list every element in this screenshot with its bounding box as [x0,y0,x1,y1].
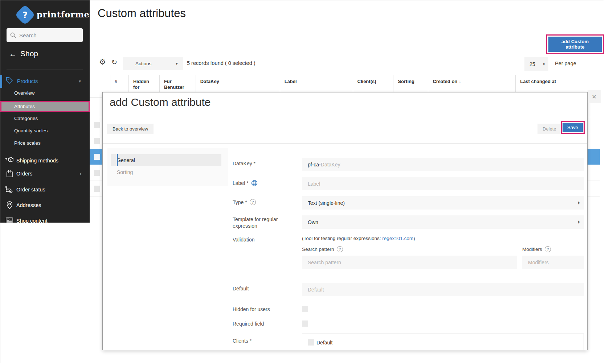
order-status-icon [5,186,14,194]
type-select-value: Text (single-line) [308,200,345,206]
validation-label: Validation [233,237,254,243]
client-option-default[interactable]: Default [308,339,332,346]
modal-section-nav: General Sorting [107,148,228,186]
back-arrow-icon: ← [9,50,17,58]
sidebar-item-order-status[interactable]: Order status [0,184,90,195]
sidebar-item-orders[interactable]: Orders ‹ [0,168,90,179]
sort-desc-icon[interactable]: ↓ [459,79,461,84]
required-field-checkbox[interactable] [302,320,308,327]
type-select[interactable]: Text (single-line) ▲▼ [302,196,584,210]
modal-divider [103,117,587,117]
row-checkbox[interactable] [94,138,100,144]
required-field-label: Required field [233,321,264,327]
close-icon[interactable]: × [588,90,601,103]
sidebar-item-shop-content[interactable]: Shop content [0,215,90,223]
save-button[interactable]: Save [563,123,583,132]
search-input[interactable] [19,32,74,38]
search-pattern-input[interactable] [308,260,517,265]
brand-wordmark: printformer [37,9,90,19]
actions-dropdown-label: Actions [135,61,151,66]
shipping-box-icon [5,157,14,165]
delete-button[interactable]: Delete [537,124,561,134]
add-custom-attribute-highlight: add Custom attribute [546,34,604,54]
spinner-arrows-icon: ▲▼ [578,201,580,205]
location-pin-icon [5,201,14,209]
row-checkbox[interactable] [94,154,100,160]
row-checkbox[interactable] [94,122,100,128]
actions-dropdown[interactable]: Actions ▼ [123,57,183,70]
help-icon[interactable]: ? [337,246,343,252]
chevron-down-icon[interactable]: ▾ [79,79,81,84]
per-page-value: 25 [530,61,535,67]
add-custom-attribute-modal: add Custom attribute Back to overview De… [102,92,588,350]
help-icon[interactable]: ? [250,199,256,205]
clients-label: Clients * [233,338,252,344]
modal-title: add Custom attribute [110,96,210,108]
help-icon[interactable]: ? [545,246,551,252]
label-input[interactable] [308,181,584,187]
sidebar-item-label: Products [17,78,38,84]
sidebar-divider [7,70,83,70]
search-pattern-field[interactable] [302,256,517,269]
datakey-label: DataKey * [233,161,256,166]
shop-content-icon [5,217,14,223]
back-to-overview-button[interactable]: Back to overview [107,124,154,134]
shopping-bag-icon [5,170,14,178]
sidebar-back-shop[interactable]: ← Shop [9,49,38,58]
modifiers-label: Modifiers ? [522,246,551,252]
sidebar-item-label: Order status [16,187,45,193]
client-default-checkbox[interactable] [308,339,314,346]
default-input[interactable] [308,287,584,293]
globe-icon[interactable] [251,180,258,186]
records-count-text: 5 records found ( 0 selected ) [187,60,256,66]
active-section-bar [0,75,2,88]
sidebar-item-price-scales[interactable]: Price scales [14,140,41,146]
sidebar-search[interactable] [7,28,83,42]
sidebar-item-label: Addresses [16,202,41,208]
modifiers-input[interactable] [528,260,584,265]
clients-options-box: Default [302,334,584,350]
per-page-select[interactable]: 25 ▲▼ [524,57,548,71]
sidebar-item-overview[interactable]: Overview [14,90,34,96]
default-field[interactable] [302,283,584,296]
row-checkbox[interactable] [94,186,100,192]
tab-sorting[interactable]: Sorting [111,166,221,178]
active-tab-bar [117,154,118,166]
add-custom-attribute-button[interactable]: add Custom attribute [548,37,602,52]
sidebar-item-addresses[interactable]: Addresses [0,199,90,211]
template-select[interactable]: Own ▲▼ [302,215,584,229]
row-checkbox[interactable] [94,170,100,176]
datakey-prefix: pf-ca- [308,162,321,167]
sidebar-item-label: Orders [16,171,32,177]
sidebar-item-attributes-active[interactable]: Attributes [0,101,90,112]
sidebar-item-shipping-methods[interactable]: Shipping methods [0,155,90,166]
shop-label: Shop [20,49,38,58]
dropdown-arrow-icon: ▼ [175,62,179,66]
sidebar-item-label: Shop content [16,218,47,223]
sidebar: ? printformer ← Shop Products ▾ Overview… [0,0,90,223]
hidden-for-users-label: Hidden for users [233,306,270,312]
datakey-input[interactable] [321,162,584,167]
template-label: Template for regular expression [233,216,287,229]
sidebar-item-quantity-scales[interactable]: Quantity sacles [14,128,48,133]
chevron-left-icon[interactable]: ‹ [79,170,82,177]
sidebar-item-products[interactable]: Products ▾ [0,75,90,88]
label-label: Label * [233,180,258,186]
label-field[interactable] [302,177,584,190]
per-page-label: Per page [555,61,576,66]
modifiers-field[interactable] [522,256,584,269]
gear-icon[interactable]: ⚙ [99,58,106,66]
search-icon [10,32,16,38]
datakey-field[interactable]: pf-ca- [302,158,584,171]
save-button-highlight: Save [561,121,585,134]
tab-general[interactable]: General [111,154,221,166]
hidden-for-users-checkbox[interactable] [302,306,308,312]
screenshot-stage: ? printformer ← Shop Products ▾ Overview… [0,0,604,363]
sidebar-item-categories[interactable]: Categories [14,116,38,121]
default-label: Default [233,286,249,291]
spinner-arrows-icon: ▲▼ [543,62,545,66]
regex101-link[interactable]: regex101.com [382,236,413,241]
refresh-icon[interactable]: ↻ [111,58,117,66]
spinner-arrows-icon: ▲▼ [578,220,580,224]
modal-divider [103,143,587,144]
